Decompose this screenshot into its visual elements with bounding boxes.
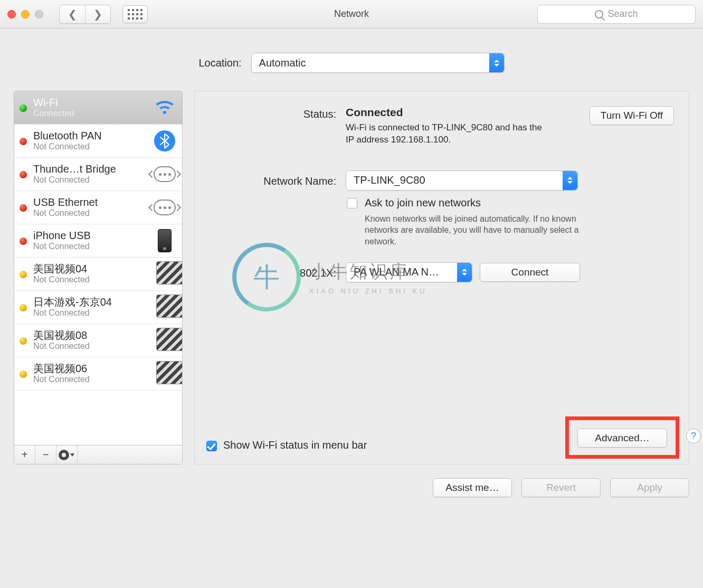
turn-wifi-off-button[interactable]: Turn Wi-Fi Off bbox=[590, 106, 674, 125]
service-name: Wi-Fi bbox=[33, 97, 147, 109]
8021x-value: PA WLAN MA N… bbox=[354, 266, 439, 278]
status-description: Wi-Fi is connected to TP-LINK_9C80 and h… bbox=[346, 122, 542, 146]
search-icon bbox=[595, 10, 603, 18]
lock-icon bbox=[154, 363, 176, 385]
ask-to-join-hint: Known networks will be joined automatica… bbox=[365, 213, 597, 248]
remove-service-button[interactable]: − bbox=[35, 445, 56, 464]
8021x-connect-button[interactable]: Connect bbox=[480, 263, 580, 282]
search-input[interactable]: Search bbox=[537, 5, 696, 24]
bluetooth-icon bbox=[154, 130, 176, 152]
status-dot-icon bbox=[20, 238, 27, 245]
ethernet-icon bbox=[154, 196, 176, 219]
popup-stepper-icon bbox=[489, 53, 504, 72]
ask-to-join-row: Ask to join new networks Known networks … bbox=[347, 197, 674, 248]
service-item-iphone-usb[interactable]: iPhone USB Not Connected bbox=[14, 224, 182, 258]
chevron-down-icon bbox=[70, 453, 74, 457]
lock-icon bbox=[154, 329, 176, 352]
add-service-button[interactable]: + bbox=[14, 445, 35, 464]
service-name: 美国视频08 bbox=[33, 329, 147, 342]
sidebar-footer: + − bbox=[14, 445, 182, 464]
service-status: Not Connected bbox=[33, 275, 147, 284]
8021x-profile-popup[interactable]: PA WLAN MA N… bbox=[346, 262, 472, 282]
apply-button[interactable]: Apply bbox=[610, 478, 689, 497]
titlebar: ❮ ❯ Network Search bbox=[0, 0, 703, 29]
service-name: 美国视频04 bbox=[33, 263, 147, 275]
close-window-button[interactable] bbox=[7, 10, 16, 18]
ask-to-join-checkbox[interactable] bbox=[347, 198, 357, 208]
search-placeholder: Search bbox=[607, 8, 638, 20]
location-label: Location: bbox=[198, 57, 241, 69]
popup-stepper-icon bbox=[457, 263, 472, 282]
popup-stepper-icon bbox=[563, 171, 577, 190]
services-list[interactable]: Wi-Fi Connected Bluetooth PAN Not Connec… bbox=[14, 91, 182, 445]
back-button[interactable]: ❮ bbox=[60, 5, 85, 23]
service-name: 日本游戏-东京04 bbox=[33, 296, 147, 308]
forward-button[interactable]: ❯ bbox=[85, 5, 110, 23]
service-name: Bluetooth PAN bbox=[33, 130, 147, 142]
service-item-bluetooth-pan[interactable]: Bluetooth PAN Not Connected bbox=[14, 125, 182, 158]
service-name: 美国视频06 bbox=[33, 363, 147, 375]
minimize-window-button[interactable] bbox=[21, 10, 30, 18]
chevron-left-icon: ❮ bbox=[68, 8, 77, 21]
help-icon: ? bbox=[691, 431, 696, 442]
bottom-button-row: Assist me… Revert Apply bbox=[14, 478, 689, 497]
lock-icon bbox=[154, 296, 176, 318]
service-status: Not Connected bbox=[33, 342, 147, 351]
nav-segment: ❮ ❯ bbox=[59, 5, 111, 24]
service-item-vpn-2[interactable]: 日本游戏-东京04 Not Connected bbox=[14, 291, 182, 324]
status-value: Connected bbox=[346, 106, 542, 119]
help-button[interactable]: ? bbox=[686, 429, 701, 443]
service-status: Not Connected bbox=[33, 308, 147, 318]
ethernet-icon bbox=[154, 163, 176, 185]
status-dot-icon bbox=[20, 271, 27, 278]
advanced-button[interactable]: Advanced… bbox=[577, 429, 667, 448]
service-status: Not Connected bbox=[33, 175, 147, 185]
service-status: Not Connected bbox=[33, 375, 147, 384]
network-name-popup[interactable]: TP-LINK_9C80 bbox=[346, 170, 578, 191]
show-all-button[interactable] bbox=[122, 5, 148, 23]
service-item-thunderbolt-bridge[interactable]: Thunde…t Bridge Not Connected bbox=[14, 158, 182, 191]
lock-icon bbox=[154, 263, 176, 285]
service-name: Thunde…t Bridge bbox=[33, 163, 147, 175]
service-item-vpn-4[interactable]: 美国视频06 Not Connected bbox=[14, 357, 182, 391]
wifi-icon bbox=[154, 97, 176, 119]
service-status: Not Connected bbox=[33, 142, 147, 151]
location-popup[interactable]: Automatic bbox=[251, 53, 505, 73]
8021x-label: 802.1X: bbox=[210, 265, 336, 279]
status-label: Status: bbox=[210, 106, 336, 120]
service-status: Not Connected bbox=[33, 242, 147, 251]
grid-icon bbox=[128, 9, 142, 20]
service-item-vpn-3[interactable]: 美国视频08 Not Connected bbox=[14, 324, 182, 357]
network-name-label: Network Name: bbox=[210, 173, 336, 187]
revert-button[interactable]: Revert bbox=[521, 478, 601, 497]
advanced-highlight: Advanced… ? bbox=[565, 416, 679, 459]
network-name-value: TP-LINK_9C80 bbox=[354, 174, 425, 186]
gear-icon bbox=[60, 451, 68, 459]
show-in-menubar-checkbox[interactable] bbox=[206, 441, 217, 451]
plus-icon: + bbox=[22, 449, 28, 461]
show-in-menubar-label: Show Wi-Fi status in menu bar bbox=[223, 439, 367, 451]
services-sidebar: Wi-Fi Connected Bluetooth PAN Not Connec… bbox=[14, 91, 183, 464]
ask-to-join-label: Ask to join new networks bbox=[365, 197, 597, 209]
service-actions-menu[interactable] bbox=[56, 445, 78, 464]
status-dot-icon bbox=[20, 171, 27, 178]
status-dot-icon bbox=[20, 204, 27, 212]
service-name: USB Ethernet bbox=[33, 196, 147, 208]
service-item-wifi[interactable]: Wi-Fi Connected bbox=[14, 91, 182, 125]
zoom-window-button bbox=[35, 10, 43, 18]
show-in-menubar-row: Show Wi-Fi status in menu bar bbox=[206, 439, 367, 451]
window-controls bbox=[7, 10, 43, 18]
service-status: Not Connected bbox=[33, 208, 147, 218]
status-dot-icon bbox=[20, 105, 27, 112]
chevron-right-icon: ❯ bbox=[93, 8, 102, 21]
location-value: Automatic bbox=[259, 57, 306, 69]
service-item-usb-ethernet[interactable]: USB Ethernet Not Connected bbox=[14, 191, 182, 224]
service-name: iPhone USB bbox=[33, 230, 147, 242]
location-row: Location: Automatic bbox=[14, 53, 689, 73]
status-dot-icon bbox=[20, 304, 27, 311]
status-dot-icon bbox=[20, 371, 27, 378]
service-status: Connected bbox=[33, 109, 147, 118]
assist-me-button[interactable]: Assist me… bbox=[433, 478, 512, 497]
service-item-vpn-1[interactable]: 美国视频04 Not Connected bbox=[14, 258, 182, 291]
iphone-icon bbox=[154, 230, 176, 252]
